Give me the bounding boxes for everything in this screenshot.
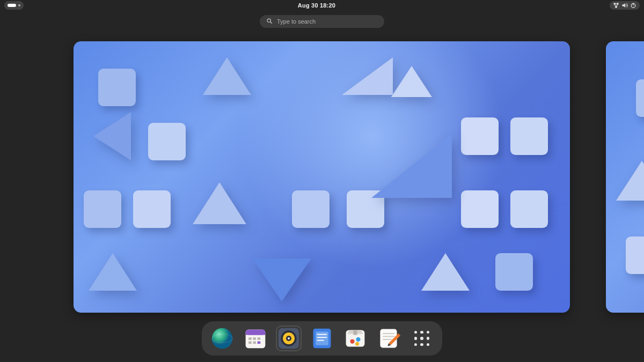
search-input[interactable]: [277, 18, 378, 25]
svg-rect-0: [613, 3, 616, 5]
workspace-indicator-active: [8, 4, 16, 7]
power-icon: [630, 2, 636, 9]
activities-button[interactable]: [4, 1, 24, 10]
svg-rect-1: [617, 3, 619, 5]
clock[interactable]: Aug 30 18:20: [298, 2, 335, 9]
music-icon: [277, 327, 301, 350]
workspace-thumbnail-2[interactable]: [606, 41, 644, 313]
network-wired-icon: [613, 2, 619, 9]
system-tray[interactable]: [610, 1, 640, 10]
web-browser-icon: [210, 327, 234, 350]
svg-rect-11: [248, 337, 252, 340]
dock-app-web[interactable]: [209, 326, 235, 351]
search-bar[interactable]: [260, 15, 384, 28]
svg-rect-14: [248, 342, 252, 344]
workspace-thumbnail-1[interactable]: [74, 41, 570, 313]
apps-grid-icon: [410, 327, 434, 350]
top-bar: Aug 30 18:20: [0, 0, 644, 11]
svg-point-27: [356, 337, 360, 342]
dash-dock: [202, 321, 442, 356]
svg-rect-13: [258, 337, 261, 340]
dock-show-apps[interactable]: [409, 326, 435, 351]
svg-rect-2: [615, 6, 617, 8]
volume-icon: [621, 2, 628, 9]
todo-icon: [310, 327, 334, 350]
dock-app-calendar[interactable]: [243, 326, 268, 351]
svg-point-6: [212, 328, 233, 349]
svg-point-28: [355, 342, 359, 345]
dock-app-music[interactable]: [276, 326, 302, 351]
svg-rect-23: [316, 331, 328, 345]
desktop-wallpaper: [74, 41, 570, 313]
dock-app-software[interactable]: [342, 326, 368, 351]
search-icon: [266, 18, 273, 25]
text-editor-icon: [377, 327, 400, 350]
svg-rect-15: [253, 342, 256, 344]
workspace-indicator-dot: [18, 4, 20, 6]
svg-rect-16: [258, 342, 261, 344]
svg-rect-10: [246, 333, 266, 335]
svg-rect-12: [253, 337, 256, 340]
calendar-icon: [244, 327, 267, 350]
desktop-wallpaper: [606, 41, 644, 313]
software-icon: [343, 327, 367, 350]
svg-point-26: [350, 339, 354, 343]
svg-point-21: [288, 337, 290, 339]
dock-app-editor[interactable]: [376, 326, 401, 351]
dock-app-tasks[interactable]: [309, 326, 335, 351]
svg-rect-25: [353, 330, 357, 335]
